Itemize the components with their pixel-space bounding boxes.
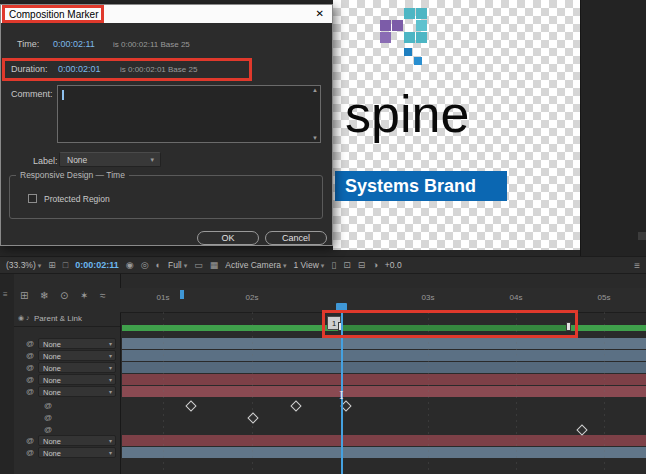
keyframe-diamond[interactable] — [185, 400, 196, 411]
keyframe-diamond[interactable] — [247, 412, 258, 423]
keyframe-diamond[interactable] — [576, 424, 587, 435]
layer-duration-bar[interactable] — [122, 338, 646, 349]
time-gridline — [163, 312, 164, 474]
timeline-options-icon[interactable]: ≡ — [3, 290, 8, 299]
time-gridline — [604, 312, 605, 474]
timeline-toggle-icon[interactable]: ≈ — [100, 290, 106, 301]
layer-row: @ — [14, 400, 120, 411]
timeline-toggle-icon[interactable]: ❄ — [40, 290, 48, 301]
pick-whip-icon[interactable]: @ — [26, 387, 34, 396]
layer-row: @ — [14, 412, 120, 423]
ruler-tick-label: 01s — [157, 293, 170, 302]
label-dropdown-value: None — [67, 155, 87, 165]
ruler-tick-label: 03s — [422, 293, 435, 302]
protected-region-label: Protected Region — [44, 194, 110, 204]
video-column-icon[interactable]: ◉ — [18, 314, 24, 322]
time-info: is 0:00:02:11 Base 25 — [113, 40, 190, 49]
layer-row: @None▾ — [14, 338, 120, 349]
timeline-toggle-icon[interactable]: ⊞ — [20, 290, 28, 301]
parent-dropdown-value: None — [43, 388, 61, 397]
time-ruler[interactable]: 01s02s03s04s05s — [120, 288, 646, 313]
marker-duration-region[interactable] — [341, 325, 569, 331]
scroll-down-icon[interactable]: ▼ — [312, 135, 318, 141]
layer-duration-bar[interactable] — [122, 362, 646, 373]
layer-duration-bar[interactable] — [122, 435, 646, 446]
text-caret — [62, 90, 64, 100]
marker-end-handle[interactable] — [566, 322, 571, 331]
chevron-down-icon: ▾ — [109, 376, 112, 383]
pick-whip-icon[interactable]: @ — [26, 339, 34, 348]
layer-row: @None▾ — [14, 386, 120, 397]
pick-whip-icon[interactable]: @ — [44, 425, 52, 434]
comment-input[interactable]: ▲ ▼ — [57, 85, 321, 143]
chevron-down-icon: ▾ — [109, 449, 112, 456]
dialog-title: Composition Marker — [9, 9, 98, 20]
pick-whip-icon[interactable]: @ — [26, 375, 34, 384]
label-dropdown[interactable]: None ▾ — [59, 152, 161, 167]
close-icon[interactable]: ✕ — [316, 8, 324, 20]
parent-dropdown-value: None — [43, 364, 61, 373]
comment-label: Comment: — [11, 89, 53, 99]
pick-whip-icon[interactable]: @ — [44, 401, 52, 410]
protected-region-checkbox[interactable] — [28, 194, 37, 203]
duration-value[interactable]: 0:00:02:01 — [58, 64, 101, 74]
layer-row: @None▾ — [14, 374, 120, 385]
playhead-handle[interactable] — [336, 303, 347, 312]
duration-info: is 0:00:02:01 Base 25 — [120, 65, 197, 74]
column-header-row: ◉ ♪ Parent & Link — [14, 312, 120, 327]
time-gridline — [428, 312, 429, 474]
time-value[interactable]: 0:00:02:11 — [53, 39, 95, 49]
ruler-tick-label: 04s — [510, 293, 523, 302]
parent-dropdown-value: None — [43, 437, 61, 446]
keyframe-diamond[interactable] — [290, 400, 301, 411]
parent-dropdown[interactable]: None▾ — [38, 338, 116, 349]
layer-duration-bar[interactable] — [122, 350, 646, 361]
layer-duration-bar[interactable] — [122, 374, 646, 385]
pick-whip-icon[interactable]: @ — [26, 351, 34, 360]
parent-dropdown[interactable]: None▾ — [38, 350, 116, 361]
layer-row: @ — [14, 424, 120, 435]
duration-label: Duration: — [11, 64, 48, 74]
layer-duration-bar[interactable] — [122, 386, 646, 397]
ruler-tick-label: 02s — [246, 293, 259, 302]
pick-whip-icon[interactable]: @ — [44, 413, 52, 422]
scroll-up-icon[interactable]: ▲ — [312, 87, 318, 93]
parent-dropdown[interactable]: None▾ — [38, 374, 116, 385]
pick-whip-icon[interactable]: @ — [26, 363, 34, 372]
parent-dropdown-value: None — [43, 376, 61, 385]
label-label: Label: — [33, 156, 58, 166]
layer-duration-bar[interactable] — [122, 447, 646, 458]
parent-dropdown-value: None — [43, 340, 61, 349]
chevron-down-icon: ▾ — [109, 364, 112, 371]
chevron-down-icon: ▾ — [109, 437, 112, 444]
timeline-toggle-icon[interactable]: ⊙ — [60, 290, 68, 301]
parent-link-header[interactable]: Parent & Link — [34, 314, 82, 323]
layer-row: @None▾ — [14, 362, 120, 373]
responsive-design-title: Responsive Design — Time — [16, 170, 129, 180]
parent-dropdown[interactable]: None▾ — [38, 386, 116, 397]
responsive-design-group: Responsive Design — Time Protected Regio… — [9, 175, 323, 219]
layer-row: @None▾ — [14, 350, 120, 361]
parent-dropdown[interactable]: None▾ — [38, 447, 116, 458]
timeline-toggle-icon[interactable]: ✶ — [80, 290, 88, 301]
parent-dropdown-value: None — [43, 449, 61, 458]
time-gridline — [516, 312, 517, 474]
chevron-down-icon: ▾ — [109, 352, 112, 359]
chevron-down-icon: ▾ — [109, 388, 112, 395]
parent-dropdown[interactable]: None▾ — [38, 362, 116, 373]
time-gridline — [252, 312, 253, 474]
timeline-left-strip — [0, 274, 15, 474]
layer-row: @None▾ — [14, 447, 120, 458]
time-label: Time: — [17, 39, 39, 49]
parent-dropdown[interactable]: None▾ — [38, 435, 116, 446]
pick-whip-icon[interactable]: @ — [26, 436, 34, 445]
audio-column-icon[interactable]: ♪ — [26, 314, 30, 321]
ruler-marker[interactable] — [180, 290, 184, 299]
pick-whip-icon[interactable]: @ — [26, 448, 34, 457]
ruler-tick-label: 05s — [598, 293, 611, 302]
text-cursor-icon: I — [337, 390, 346, 401]
ok-button[interactable]: OK — [197, 231, 259, 245]
dialog-title-bar[interactable]: Composition Marker ✕ — [1, 5, 332, 23]
parent-dropdown-value: None — [43, 352, 61, 361]
cancel-button[interactable]: Cancel — [265, 231, 327, 245]
